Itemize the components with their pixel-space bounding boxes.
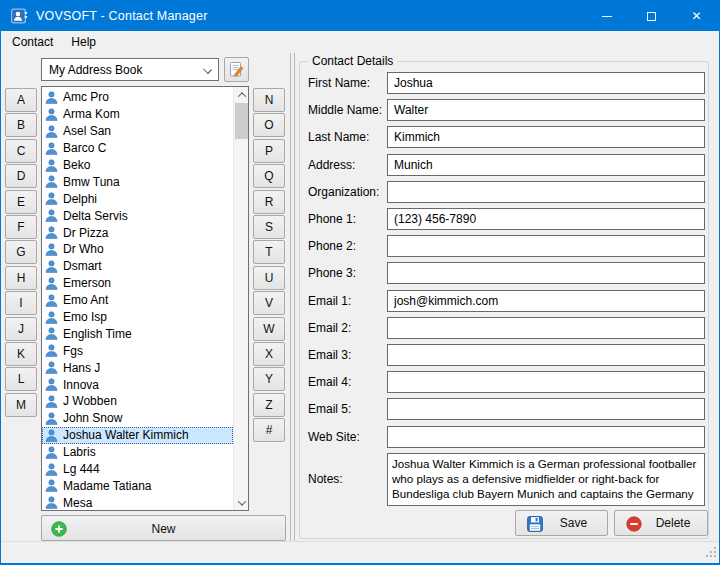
field-input-phone-3[interactable] [387,262,705,284]
contact-list[interactable]: Amc ProArma KomAsel SanBarco CBekoBmw Tu… [41,86,249,511]
list-item[interactable]: Dr Pizza [42,224,233,241]
person-icon [45,395,58,408]
list-item[interactable]: Amc Pro [42,89,233,106]
field-input-email-2[interactable] [387,317,705,339]
list-item[interactable]: Emo Ant [42,292,233,309]
field-input-email-3[interactable] [387,344,705,366]
letter-button-p[interactable]: P [253,139,285,163]
letter-button-n[interactable]: N [253,88,285,112]
field-input-email-4[interactable] [387,371,705,393]
resize-grip-icon[interactable] [706,547,717,561]
letter-button-y[interactable]: Y [253,367,285,391]
letter-button-h[interactable]: H [5,266,37,290]
list-item[interactable]: Emerson [42,275,233,292]
list-item[interactable]: Hans J [42,359,233,376]
minimize-button[interactable] [584,1,629,31]
letter-button-c[interactable]: C [5,139,37,163]
letter-button-o[interactable]: O [253,113,285,137]
letter-button-m[interactable]: M [5,393,37,417]
new-contact-button[interactable]: New [41,515,286,541]
field-input-middle-name[interactable] [387,99,705,121]
field-input-email-1[interactable] [387,290,705,312]
list-item[interactable]: Mesa [42,494,233,510]
letter-button-z[interactable]: Z [253,393,285,417]
person-icon [45,429,58,442]
letter-button-v[interactable]: V [253,291,285,315]
list-item[interactable]: Dsmart [42,258,233,275]
list-item[interactable]: Beko [42,157,233,174]
save-button[interactable]: Save [515,510,608,536]
letter-button-b[interactable]: B [5,113,37,137]
letter-button-w[interactable]: W [253,317,285,341]
contact-list-scrollbar[interactable] [233,87,248,510]
contact-name-label: Emerson [63,276,111,290]
person-icon [45,192,58,205]
letter-button-x[interactable]: X [253,342,285,366]
field-input-web-site[interactable] [387,426,705,448]
list-item[interactable]: Delphi [42,190,233,207]
letter-button-k[interactable]: K [5,342,37,366]
list-item[interactable]: Bmw Tuna [42,173,233,190]
person-icon [45,209,58,222]
delete-button-label: Delete [639,516,707,530]
list-item[interactable]: Labris [42,444,233,461]
field-label-phone-2: Phone 2: [308,239,386,253]
letter-button-a[interactable]: A [5,88,37,112]
list-item[interactable]: Joshua Walter Kimmich [42,427,233,444]
contact-name-label: Madame Tatiana [63,479,152,493]
letter-button-e[interactable]: E [5,190,37,214]
notes-textarea[interactable]: Joshua Walter Kimmich is a German profes… [387,453,705,506]
letter-button-hash[interactable]: # [253,418,285,442]
letter-button-t[interactable]: T [253,240,285,264]
letter-button-j[interactable]: J [5,317,37,341]
delete-button[interactable]: Delete [614,510,708,536]
list-item[interactable]: Fgs [42,342,233,359]
field-input-phone-1[interactable] [387,208,705,230]
contact-name-label: Emo Ant [63,293,108,307]
maximize-button[interactable] [629,1,674,31]
list-item[interactable]: J Wobben [42,393,233,410]
scrollbar-thumb[interactable] [235,103,248,139]
list-item[interactable]: Madame Tatiana [42,477,233,494]
contact-name-label: Dr Who [63,242,104,256]
list-item[interactable]: English Time [42,325,233,342]
list-item[interactable]: Arma Kom [42,106,233,123]
field-input-last-name[interactable] [387,126,705,148]
field-input-email-5[interactable] [387,398,705,420]
field-input-first-name[interactable] [387,72,705,94]
letter-button-g[interactable]: G [5,240,37,264]
menu-help[interactable]: Help [62,31,105,53]
list-item[interactable]: Delta Servis [42,207,233,224]
person-icon [45,260,58,273]
field-input-organization[interactable] [387,181,705,203]
list-item[interactable]: John Snow [42,410,233,427]
person-icon [45,496,58,509]
letter-button-f[interactable]: F [5,215,37,239]
list-item[interactable]: Innova [42,376,233,393]
scroll-up-button[interactable] [234,87,249,102]
letter-button-l[interactable]: L [5,367,37,391]
letter-button-q[interactable]: Q [253,164,285,188]
field-label-web-site: Web Site: [308,430,386,444]
field-input-address[interactable] [387,154,705,176]
letter-button-u[interactable]: U [253,266,285,290]
letter-button-r[interactable]: R [253,190,285,214]
letter-button-s[interactable]: S [253,215,285,239]
letter-button-d[interactable]: D [5,164,37,188]
arrow-down-icon [237,497,245,505]
field-label-email-2: Email 2: [308,321,386,335]
list-item[interactable]: Lg 444 [42,461,233,478]
address-book-select[interactable]: My Address Book [41,58,219,81]
edit-address-book-button[interactable] [224,57,249,82]
menu-contact[interactable]: Contact [3,31,62,53]
field-label-email-1: Email 1: [308,294,386,308]
close-button[interactable]: ✕ [674,1,719,31]
letter-button-i[interactable]: I [5,291,37,315]
list-item[interactable]: Dr Who [42,241,233,258]
list-item[interactable]: Asel San [42,123,233,140]
list-item[interactable]: Emo Isp [42,309,233,326]
panel-splitter[interactable] [290,53,295,541]
list-item[interactable]: Barco C [42,140,233,157]
field-input-phone-2[interactable] [387,235,705,257]
scroll-down-button[interactable] [234,495,249,510]
